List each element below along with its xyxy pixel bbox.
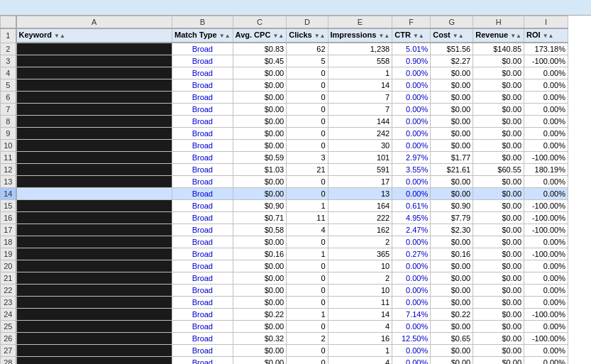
keyword-cell[interactable] (16, 345, 172, 357)
cost-cell: $0.00 (431, 140, 473, 152)
keyword-cell[interactable] (16, 333, 172, 345)
keyword-cell[interactable] (16, 224, 172, 236)
table-row: 10Broad$0.000300.00%$0.00$0.000.00% (1, 140, 568, 152)
header-cell-0[interactable]: Keyword ▼▲ (16, 28, 172, 43)
match-type-cell: Broad (172, 333, 233, 345)
row-num-24: 24 (1, 309, 16, 321)
ctr-cell: 4.95% (392, 212, 431, 224)
table-row: 20Broad$0.000100.00%$0.00$0.000.00% (1, 260, 568, 272)
keyword-cell[interactable] (16, 43, 172, 55)
match-type-cell: Broad (172, 116, 233, 128)
ctr-cell: 3.55% (392, 164, 431, 176)
keyword-cell[interactable] (16, 92, 172, 104)
header-cell-1[interactable]: Match Type ▼▲ (172, 28, 233, 43)
keyword-cell[interactable] (16, 272, 172, 285)
keyword-cell[interactable] (16, 236, 172, 248)
revenue-cell: $0.00 (473, 333, 524, 345)
revenue-cell: $0.00 (473, 212, 524, 224)
cost-cell: $0.00 (431, 285, 473, 297)
impressions-cell: 1 (328, 345, 392, 357)
cpc-cell: $0.83 (233, 43, 287, 55)
revenue-cell: $0.00 (473, 285, 524, 297)
keyword-cell[interactable] (16, 297, 172, 309)
keyword-cell[interactable] (16, 104, 172, 116)
clicks-cell: 0 (287, 236, 328, 248)
keyword-cell[interactable] (16, 128, 172, 140)
clicks-cell: 0 (287, 140, 328, 152)
spreadsheet-table: A B C D E F G H I 1Keyword ▼▲Match Type … (0, 16, 568, 364)
row-num-13: 13 (1, 176, 16, 188)
keyword-cell[interactable] (16, 212, 172, 224)
header-cell-3[interactable]: Clicks ▼▲ (287, 28, 328, 43)
row-num-10: 10 (1, 140, 16, 152)
header-cell-6[interactable]: Cost ▼▲ (431, 28, 473, 43)
keyword-cell[interactable] (16, 79, 172, 92)
table-row: 22Broad$0.000100.00%$0.00$0.000.00% (1, 285, 568, 297)
keyword-cell[interactable] (16, 188, 172, 200)
row-num-21: 21 (1, 272, 16, 285)
ctr-cell: 0.00% (392, 104, 431, 116)
cpc-cell: $0.00 (233, 140, 287, 152)
keyword-cell[interactable] (16, 140, 172, 152)
ctr-cell: 0.00% (392, 260, 431, 272)
clicks-cell: 2 (287, 333, 328, 345)
row-num-6: 6 (1, 92, 16, 104)
ctr-cell: 5.01% (392, 43, 431, 55)
keyword-cell[interactable] (16, 67, 172, 79)
header-cell-5[interactable]: CTR ▼▲ (392, 28, 431, 43)
row-num-27: 27 (1, 345, 16, 357)
header-cell-4[interactable]: Impressions ▼▲ (328, 28, 392, 43)
keyword-cell[interactable] (16, 55, 172, 67)
cpc-cell: $0.00 (233, 176, 287, 188)
cpc-cell: $0.90 (233, 200, 287, 212)
revenue-cell: $0.00 (473, 79, 524, 92)
clicks-cell: 21 (287, 164, 328, 176)
match-type-cell: Broad (172, 297, 233, 309)
keyword-cell[interactable] (16, 176, 172, 188)
ctr-cell: 0.00% (392, 357, 431, 365)
cost-cell: $0.22 (431, 309, 473, 321)
header-row: 1Keyword ▼▲Match Type ▼▲Avg. CPC ▼▲Click… (1, 28, 568, 43)
header-cell-8[interactable]: ROI ▼▲ (524, 28, 568, 43)
ctr-cell: 0.00% (392, 67, 431, 79)
match-type-cell: Broad (172, 321, 233, 333)
keyword-cell[interactable] (16, 260, 172, 272)
col-header-g: G (431, 16, 473, 29)
header-cell-2[interactable]: Avg. CPC ▼▲ (233, 28, 287, 43)
roi-cell: -100.00% (524, 248, 568, 260)
keyword-cell[interactable] (16, 116, 172, 128)
keyword-cell[interactable] (16, 164, 172, 176)
revenue-cell: $0.00 (473, 236, 524, 248)
keyword-cell[interactable] (16, 248, 172, 260)
impressions-cell: 14 (328, 309, 392, 321)
keyword-cell[interactable] (16, 357, 172, 365)
keyword-cell[interactable] (16, 309, 172, 321)
match-type-cell: Broad (172, 285, 233, 297)
table-row: 17Broad$0.5841622.47%$2.30$0.00-100.00% (1, 224, 568, 236)
ctr-cell: 0.00% (392, 236, 431, 248)
revenue-cell: $0.00 (473, 176, 524, 188)
row-num-9: 9 (1, 128, 16, 140)
keyword-cell[interactable] (16, 152, 172, 164)
clicks-cell: 3 (287, 152, 328, 164)
keyword-cell[interactable] (16, 321, 172, 333)
keyword-cell[interactable] (16, 200, 172, 212)
spreadsheet-container: A B C D E F G H I 1Keyword ▼▲Match Type … (0, 16, 591, 364)
keyword-cell[interactable] (16, 285, 172, 297)
cpc-cell: $0.00 (233, 357, 287, 365)
impressions-cell: 242 (328, 128, 392, 140)
clicks-cell: 0 (287, 67, 328, 79)
row-num-7: 7 (1, 104, 16, 116)
header-cell-7[interactable]: Revenue ▼▲ (473, 28, 524, 43)
toolbar (0, 0, 591, 16)
cpc-cell: $0.00 (233, 104, 287, 116)
impressions-cell: 30 (328, 140, 392, 152)
cpc-cell: $0.71 (233, 212, 287, 224)
roi-cell: 0.00% (524, 140, 568, 152)
cost-cell: $0.00 (431, 92, 473, 104)
row-num-5: 5 (1, 79, 16, 92)
roi-cell: 0.00% (524, 260, 568, 272)
roi-cell: 0.00% (524, 345, 568, 357)
roi-cell: 0.00% (524, 272, 568, 285)
revenue-cell: $0.00 (473, 92, 524, 104)
